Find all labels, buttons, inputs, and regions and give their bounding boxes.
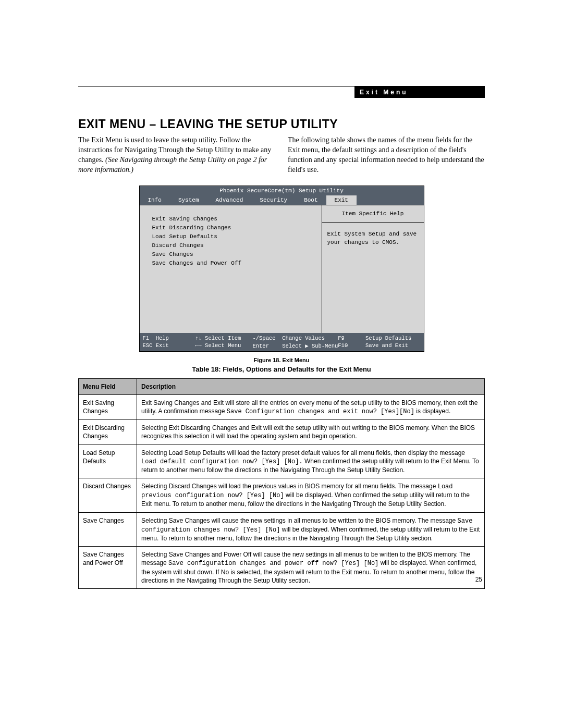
bios-item-load-defaults[interactable]: Load Setup Defaults bbox=[152, 232, 316, 241]
fields-table: Menu Field Description Exit Saving Chang… bbox=[78, 378, 485, 589]
bios-item-exit-saving[interactable]: Exit Saving Changes bbox=[152, 215, 316, 224]
table-row: Exit Discarding ChangesSelecting Exit Di… bbox=[79, 420, 485, 445]
table-row: Save ChangesSelecting Save Changes will … bbox=[79, 512, 485, 547]
field-name-cell: Save Changes and Power Off bbox=[79, 547, 137, 589]
table-row: Exit Saving ChangesExit Saving Changes a… bbox=[79, 394, 485, 419]
bios-tab-boot[interactable]: Boot bbox=[296, 195, 326, 205]
col-menu-field: Menu Field bbox=[79, 378, 137, 394]
key-change-values: -/Space Change Values bbox=[252, 335, 338, 341]
bios-tab-security[interactable]: Security bbox=[251, 195, 296, 205]
page-title: EXIT MENU – LEAVING THE SETUP UTILITY bbox=[78, 117, 485, 131]
bios-key-footer: F1 Help ↑↓ Select Item -/Space Change Va… bbox=[140, 333, 424, 351]
table-row: Save Changes and Power OffSelecting Save… bbox=[79, 547, 485, 589]
field-name-cell: Save Changes bbox=[79, 512, 137, 547]
key-f9: F9 bbox=[338, 335, 365, 341]
key-save-exit: Save and Exit bbox=[365, 342, 420, 349]
bios-screenshot: Phoenix SecureCore(tm) Setup Utility Inf… bbox=[139, 186, 424, 352]
table-row: Discard ChangesSelecting Discard Changes… bbox=[79, 478, 485, 513]
intro-columns: The Exit Menu is used to leave the setup… bbox=[78, 135, 485, 175]
bios-tab-row: Info System Advanced Security Boot Exit bbox=[140, 195, 424, 205]
bios-tab-info[interactable]: Info bbox=[140, 195, 170, 205]
key-enter-submenu: Enter Select ▶ Sub-Menu bbox=[252, 342, 338, 349]
key-esc-exit: ESC Exit bbox=[143, 342, 195, 349]
field-desc-cell: Selecting Discard Changes will load the … bbox=[137, 478, 485, 513]
bios-help-body: Exit System Setup and save your changes … bbox=[322, 223, 424, 254]
bios-item-save[interactable]: Save Changes bbox=[152, 250, 316, 259]
col-description: Description bbox=[137, 378, 485, 394]
bios-tab-exit[interactable]: Exit bbox=[326, 195, 357, 205]
bios-tab-system[interactable]: System bbox=[170, 195, 207, 205]
key-f1-help: F1 Help bbox=[143, 335, 195, 341]
field-desc-cell: Exit Saving Changes and Exit will store … bbox=[137, 394, 485, 419]
key-select-menu: ←→ Select Menu bbox=[195, 342, 252, 349]
key-select-item: ↑↓ Select Item bbox=[195, 335, 252, 341]
page-number: 25 bbox=[475, 576, 482, 583]
key-f10: F10 bbox=[338, 342, 365, 349]
field-desc-cell: Selecting Load Setup Defaults will load … bbox=[137, 445, 485, 478]
field-name-cell: Exit Discarding Changes bbox=[79, 420, 137, 445]
field-name-cell: Discard Changes bbox=[79, 478, 137, 513]
bios-menu-list: Exit Saving Changes Exit Discarding Chan… bbox=[140, 205, 322, 333]
field-name-cell: Load Setup Defaults bbox=[79, 445, 137, 478]
section-header-tab: Exit Menu bbox=[354, 87, 485, 98]
table-row: Load Setup DefaultsSelecting Load Setup … bbox=[79, 445, 485, 478]
bios-item-discard[interactable]: Discard Changes bbox=[152, 241, 316, 250]
bios-tab-advanced[interactable]: Advanced bbox=[207, 195, 252, 205]
key-setup-defaults: Setup Defaults bbox=[365, 335, 420, 341]
intro-right: The following table shows the names of t… bbox=[288, 135, 485, 175]
field-desc-cell: Selecting Save Changes will cause the ne… bbox=[137, 512, 485, 547]
bios-help-title: Item Specific Help bbox=[322, 205, 424, 223]
field-desc-cell: Selecting Exit Discarding Changes and Ex… bbox=[137, 420, 485, 445]
intro-left-italic: (See Navigating through the Setup Utilit… bbox=[78, 156, 267, 174]
bios-title: Phoenix SecureCore(tm) Setup Utility bbox=[140, 186, 424, 195]
intro-left: The Exit Menu is used to leave the setup… bbox=[78, 135, 275, 175]
field-name-cell: Exit Saving Changes bbox=[79, 394, 137, 419]
table-caption: Table 18: Fields, Options and Defaults f… bbox=[78, 365, 485, 373]
bios-item-exit-discarding[interactable]: Exit Discarding Changes bbox=[152, 224, 316, 232]
figure-caption: Figure 18. Exit Menu bbox=[78, 357, 485, 363]
field-desc-cell: Selecting Save Changes and Power Off wil… bbox=[137, 547, 485, 589]
bios-item-save-poweroff[interactable]: Save Changes and Power Off bbox=[152, 259, 316, 268]
